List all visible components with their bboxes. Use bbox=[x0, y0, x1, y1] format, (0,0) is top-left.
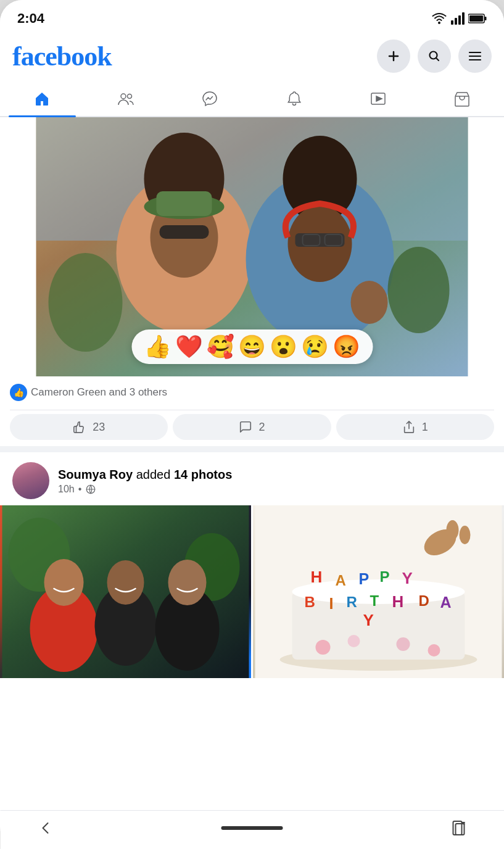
friends-icon bbox=[117, 90, 134, 107]
svg-point-63 bbox=[447, 520, 459, 540]
plus-icon bbox=[386, 49, 401, 64]
messenger-icon bbox=[201, 90, 218, 107]
post-footer-1: 👍 Cameron Green and 3 others 23 bbox=[0, 376, 504, 446]
post-time-separator: • bbox=[78, 484, 82, 495]
post-image-area: 👍 ❤️ 🥰 😄 😮 😢 😡 bbox=[0, 117, 504, 376]
svg-rect-7 bbox=[469, 15, 483, 22]
status-icons bbox=[431, 12, 487, 25]
photo-friends-svg bbox=[0, 505, 251, 678]
svg-rect-19 bbox=[160, 225, 209, 239]
svg-point-40 bbox=[168, 560, 207, 605]
tab-friends[interactable] bbox=[84, 81, 168, 116]
reaction-love[interactable]: ❤️ bbox=[175, 336, 203, 358]
svg-rect-21 bbox=[157, 191, 212, 216]
reaction-like[interactable]: 👍 bbox=[144, 336, 171, 358]
svg-text:H: H bbox=[392, 592, 404, 611]
phone-frame: 2:04 bbox=[0, 0, 504, 849]
header: facebook bbox=[0, 35, 504, 81]
reaction-haha[interactable]: 😄 bbox=[238, 336, 266, 358]
svg-point-46 bbox=[348, 635, 360, 647]
svg-text:T: T bbox=[370, 592, 379, 609]
svg-point-30 bbox=[388, 247, 450, 333]
svg-text:B: B bbox=[305, 594, 315, 610]
back-button[interactable] bbox=[37, 819, 54, 837]
post-actions-1: 23 2 1 bbox=[10, 410, 494, 444]
battery-icon bbox=[468, 13, 487, 24]
like-thumb-icon: 👍 bbox=[10, 384, 27, 401]
home-indicator[interactable] bbox=[221, 826, 283, 830]
svg-rect-6 bbox=[485, 17, 487, 20]
globe-icon bbox=[85, 484, 96, 495]
comment-count: 2 bbox=[258, 421, 265, 434]
svg-text:I: I bbox=[329, 595, 334, 612]
tab-marketplace[interactable] bbox=[420, 81, 504, 116]
svg-rect-4 bbox=[462, 12, 465, 25]
wifi-icon bbox=[431, 12, 447, 25]
hamburger-icon bbox=[468, 49, 482, 64]
post-time: 10h bbox=[58, 484, 75, 495]
svg-text:H: H bbox=[311, 568, 323, 586]
post-header-2: Soumya Roy added 14 photos 10h • bbox=[0, 452, 504, 505]
tab-notifications[interactable] bbox=[252, 81, 336, 116]
back-arrow-icon bbox=[37, 819, 54, 837]
thumbs-up-icon bbox=[73, 420, 86, 434]
header-actions bbox=[377, 39, 492, 73]
like-button[interactable]: 23 bbox=[10, 414, 168, 440]
reaction-wow[interactable]: 😮 bbox=[270, 336, 297, 358]
reactions-bar: 👍 ❤️ 🥰 😄 😮 😢 😡 bbox=[131, 329, 373, 364]
post-action-text: added bbox=[136, 468, 174, 481]
add-button[interactable] bbox=[377, 39, 410, 73]
svg-text:A: A bbox=[336, 572, 346, 589]
svg-point-0 bbox=[438, 22, 440, 24]
svg-text:A: A bbox=[440, 594, 452, 611]
post-author: Soumya Roy added 14 photos bbox=[58, 466, 492, 482]
svg-point-9 bbox=[121, 94, 126, 99]
menu-button[interactable] bbox=[458, 39, 492, 73]
svg-point-48 bbox=[428, 644, 440, 656]
post-time-row: 10h • bbox=[58, 484, 492, 495]
rotate-button[interactable] bbox=[450, 819, 467, 837]
svg-point-64 bbox=[460, 526, 471, 544]
rotate-icon bbox=[450, 819, 467, 837]
signal-icon bbox=[451, 12, 465, 25]
svg-point-10 bbox=[128, 94, 132, 99]
svg-marker-12 bbox=[376, 96, 382, 101]
svg-point-45 bbox=[316, 640, 331, 655]
marketplace-icon bbox=[453, 90, 471, 107]
svg-rect-3 bbox=[458, 15, 461, 25]
likes-row: 👍 Cameron Green and 3 others bbox=[10, 381, 494, 406]
reaction-sad[interactable]: 😢 bbox=[301, 336, 329, 358]
photo-cell-left[interactable] bbox=[0, 505, 251, 678]
status-bar: 2:04 bbox=[0, 0, 504, 35]
home-icon bbox=[33, 90, 51, 107]
svg-point-36 bbox=[44, 559, 84, 606]
photo-grid: H A P P Y B I R T H D A Y bbox=[0, 505, 504, 678]
comment-icon bbox=[239, 420, 252, 434]
svg-text:R: R bbox=[347, 594, 357, 610]
reaction-angry[interactable]: 😡 bbox=[333, 336, 360, 358]
svg-point-29 bbox=[49, 253, 123, 352]
tab-messenger[interactable] bbox=[168, 81, 252, 116]
comment-button[interactable]: 2 bbox=[173, 414, 331, 440]
status-time: 2:04 bbox=[17, 10, 44, 27]
svg-point-38 bbox=[107, 560, 144, 605]
facebook-logo: facebook bbox=[12, 41, 112, 72]
tab-watch[interactable] bbox=[336, 81, 420, 116]
photo-cell-right[interactable]: H A P P Y B I R T H D A Y bbox=[253, 505, 504, 678]
likes-text: Cameron Green and 3 others bbox=[31, 386, 167, 399]
svg-rect-1 bbox=[451, 20, 453, 25]
search-button[interactable] bbox=[418, 39, 451, 73]
photo-cake-svg: H A P P Y B I R T H D A Y bbox=[253, 505, 504, 678]
svg-rect-66 bbox=[455, 824, 464, 835]
svg-text:P: P bbox=[380, 568, 390, 585]
content-area: 👍 ❤️ 🥰 😄 😮 😢 😡 👍 Cameron Green and 3 oth… bbox=[0, 117, 504, 678]
watch-icon bbox=[370, 90, 387, 107]
svg-point-28 bbox=[351, 281, 388, 324]
tab-home[interactable] bbox=[0, 81, 84, 116]
nav-tabs bbox=[0, 81, 504, 117]
reaction-care[interactable]: 🥰 bbox=[207, 336, 234, 358]
like-count: 23 bbox=[93, 421, 105, 434]
svg-text:Y: Y bbox=[402, 569, 413, 587]
search-icon bbox=[427, 49, 442, 64]
share-button[interactable]: 1 bbox=[336, 414, 494, 440]
